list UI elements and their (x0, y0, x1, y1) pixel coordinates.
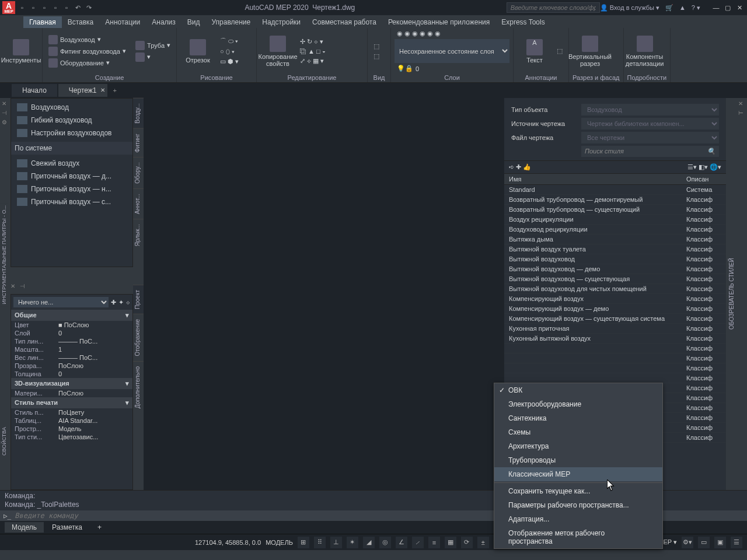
palette-vtab[interactable]: Аннот... (133, 188, 144, 219)
style-row[interactable]: Вытяжной воздуховод для чистых помещений… (504, 284, 726, 294)
a360-icon[interactable]: ▲ (679, 4, 686, 11)
col-name[interactable]: Имя (509, 176, 686, 183)
drawing-canvas[interactable] (144, 98, 504, 490)
sb-transp-icon[interactable]: ▦ (445, 537, 456, 548)
context-menu-item[interactable]: Трубопроводы (494, 453, 662, 467)
qat-print-icon[interactable]: ▫ (62, 3, 71, 12)
sb-polar-icon[interactable]: ✶ (347, 537, 358, 548)
qat-saveas-icon[interactable]: ▫ (51, 3, 60, 12)
draw-misc-2[interactable]: ○ ⬯ ▾ (218, 47, 253, 56)
style-row[interactable]: Компенсирующий воздух — существующая сис… (504, 314, 726, 324)
ribbon-tab-0[interactable]: Главная (23, 16, 62, 28)
section-button[interactable]: Вертикальный разрез (573, 29, 608, 73)
rp-filter-icon[interactable]: ◧▾ (699, 163, 708, 170)
palette-vtab[interactable]: Фитинг (133, 128, 144, 158)
context-menu-item[interactable]: Схемы (494, 425, 662, 439)
props-vtab[interactable]: Отображение (133, 314, 144, 361)
style-row[interactable]: Классиф (504, 363, 726, 373)
qat-open-icon[interactable]: ▫ (29, 3, 38, 12)
rp-close-icon[interactable]: ✕ (738, 100, 745, 107)
view-toggle-2[interactable]: ⬚ (371, 52, 382, 61)
prop-row[interactable]: Слой0 (11, 329, 132, 337)
props-quick-icon[interactable]: ✦ (118, 299, 124, 306)
tab-model[interactable]: Модель (5, 522, 44, 533)
sb-elev-icon[interactable]: ± (477, 537, 489, 548)
sb-cycle-icon[interactable]: ⟳ (461, 537, 473, 548)
tool-item[interactable]: Настройки воздуховодов (13, 127, 130, 139)
rp-file-select[interactable]: Все чертежи (581, 132, 719, 144)
sb-lwt-icon[interactable]: ≡ (428, 537, 440, 548)
duct-button[interactable]: Воздуховод ▾ (46, 34, 131, 45)
sb-clean-icon[interactable]: ▣ (714, 537, 726, 548)
tool-item[interactable]: Приточный воздух — с... (13, 195, 130, 208)
style-row[interactable]: Воздух рециркуляцииКлассиф (504, 215, 726, 225)
tool-item[interactable]: Приточный воздух — д... (13, 170, 130, 183)
ribbon-tab-7[interactable]: Совместная работа (306, 16, 382, 28)
pipe-button[interactable]: Труба ▾ (133, 40, 173, 51)
context-menu-item[interactable]: Сантехника (494, 411, 662, 425)
tool-item[interactable]: Воздуховод (13, 101, 130, 114)
style-row[interactable]: Вытяжной воздух туалетаКлассиф (504, 244, 726, 254)
style-row[interactable]: Классиф (504, 344, 726, 354)
props-pick-icon[interactable]: ✚ (111, 299, 116, 306)
prop-row[interactable]: Масшта...1 (11, 345, 132, 354)
style-row[interactable]: Возвратный трубопровод — существующийКла… (504, 205, 726, 215)
style-row[interactable]: Классиф (504, 373, 726, 383)
sb-otrack-icon[interactable]: ⟋ (412, 537, 424, 548)
tab-add-icon[interactable]: + (109, 85, 121, 96)
context-menu-item[interactable]: ОВК (494, 383, 662, 397)
search-icon[interactable]: 🔍 (707, 148, 715, 155)
tool-item[interactable]: Гибкий воздуховод (13, 114, 130, 127)
ribbon-tab-8[interactable]: Рекомендованные приложения (382, 16, 495, 28)
prop-row[interactable]: Вес лин...——— ПоС... (11, 354, 132, 362)
view-toggle[interactable]: ⬚ (371, 42, 382, 51)
help-search-input[interactable] (507, 2, 600, 13)
context-menu-item[interactable]: Архитектура (494, 439, 662, 453)
prop-row[interactable]: Таблиц...AIA Standar... (11, 416, 132, 425)
rp-src-select[interactable]: Чертежи библиотеки компонен... (581, 118, 719, 130)
palette-vtab[interactable]: Возду... (133, 98, 144, 128)
ribbon-tab-6[interactable]: Надстройки (256, 16, 306, 28)
close-icon[interactable]: ✕ (734, 2, 745, 13)
context-menu-item[interactable]: Классический MEP (494, 467, 662, 481)
prop-row[interactable]: Простр...Модель (11, 425, 132, 433)
prop-cat-3d[interactable]: 3D-визуализация▾ (11, 378, 132, 389)
rp-add-icon[interactable]: ✚ (516, 163, 521, 170)
tab-drawing[interactable]: Чертеж1✕ (58, 84, 107, 97)
style-row[interactable]: Классиф (504, 354, 726, 363)
dock-pin-icon[interactable]: ⊣ (2, 110, 9, 117)
style-row[interactable]: Кухонная приточнаяКлассиф (504, 324, 726, 334)
tools-button[interactable]: Инструменты (4, 29, 39, 73)
help-icon[interactable]: ? ▾ (692, 4, 700, 12)
palette-vtab[interactable]: Обору... (133, 157, 144, 188)
props-vtab[interactable]: Проект (133, 285, 144, 314)
annot-misc[interactable]: ⬚ (554, 47, 565, 55)
col-desc[interactable]: Описан (686, 176, 721, 183)
prop-row[interactable]: Стиль п...ПоЦвету (11, 408, 132, 416)
prop-row[interactable]: Тип сти...Цветозавис... (11, 433, 132, 441)
sb-monitor-icon[interactable]: ▭ (698, 537, 710, 548)
sb-workspace-icon[interactable]: ⚙▾ (682, 537, 693, 548)
tab-layout[interactable]: Разметка (45, 522, 89, 533)
context-menu-item[interactable]: Сохранить текущее как... (494, 484, 662, 498)
prop-row[interactable]: Толщина0 (11, 370, 132, 378)
ribbon-tab-1[interactable]: Вставка (62, 16, 100, 28)
line-button[interactable]: Отрезок (180, 29, 215, 73)
ribbon-tab-5[interactable]: Управление (206, 16, 257, 28)
props-selection-select[interactable]: Ничего не... (13, 297, 109, 307)
prop-cat-plot[interactable]: Стиль печати▾ (11, 397, 132, 408)
draw-misc-1[interactable]: ⌒ ⬭ ▾ (218, 36, 253, 46)
tab-add-layout[interactable]: + (90, 522, 109, 533)
qat-redo-icon[interactable]: ↷ (84, 3, 93, 12)
signin-link[interactable]: 👤 Вход в службы ▾ (600, 4, 659, 12)
style-row[interactable]: Вытяжной воздуховодКлассиф (504, 254, 726, 264)
style-row[interactable]: Компенсирующий воздух — демоКлассиф (504, 304, 726, 314)
more-create-button[interactable]: ▾ (133, 52, 173, 62)
style-row[interactable]: Воздуховод рециркуляцииКлассиф (504, 225, 726, 235)
context-menu-item[interactable]: Отображение меток рабочего пространства (494, 526, 662, 548)
tool-item[interactable]: Свежий воздух (13, 157, 130, 170)
ribbon-tab-4[interactable]: Вид (181, 16, 206, 28)
sb-iso-icon[interactable]: ◢ (363, 537, 375, 548)
context-menu-item[interactable]: Электрооборудование (494, 397, 662, 411)
tab-close-icon[interactable]: ✕ (100, 87, 105, 93)
